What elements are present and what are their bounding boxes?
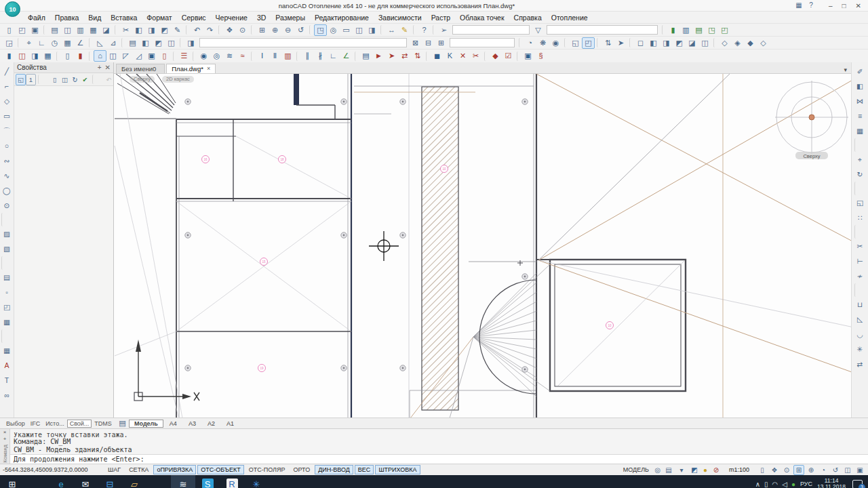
- roof-icon[interactable]: ◸: [119, 50, 132, 62]
- find-icon[interactable]: ◎: [327, 24, 340, 36]
- help-title-icon[interactable]: ?: [806, 1, 816, 9]
- zoom-tool-icon[interactable]: ⊙: [781, 465, 792, 475]
- pipe-run-icon[interactable]: ≋: [223, 50, 236, 62]
- view-iso-se-icon[interactable]: ◧: [647, 37, 660, 49]
- view-left-icon[interactable]: ◪: [686, 37, 698, 49]
- menu-item[interactable]: Сервис: [177, 14, 211, 22]
- menu-item[interactable]: Справка: [509, 14, 547, 22]
- layer-previous-icon[interactable]: ◨: [184, 37, 197, 49]
- status-toggle[interactable]: ОТС-ПОЛЯР: [245, 465, 289, 474]
- pages-icon[interactable]: ▯: [757, 465, 768, 475]
- layout-tab[interactable]: A3: [183, 420, 201, 428]
- point-icon[interactable]: ⊙: [1, 198, 13, 213]
- pan-hand-icon[interactable]: ❖: [769, 465, 780, 475]
- view-iso-nw-icon[interactable]: ◩: [673, 37, 686, 49]
- layer-off-icon[interactable]: ◫: [165, 37, 178, 49]
- boiler-hot-icon[interactable]: ▮: [74, 50, 87, 62]
- line-icon[interactable]: ╱: [1, 64, 13, 79]
- document-tab[interactable]: План.dwg* ×: [166, 64, 216, 73]
- floor-plan-canvas[interactable]: 161815101910Сверху Сверху 2D каркас: [114, 74, 851, 418]
- panel-icon[interactable]: ▤: [359, 50, 372, 62]
- palettes-icon[interactable]: ◨: [366, 24, 378, 36]
- fillet-icon[interactable]: ◡: [854, 327, 866, 342]
- ucs-icon[interactable]: ◺: [94, 37, 106, 49]
- join-icon[interactable]: ⊔: [854, 297, 866, 312]
- lock-layer-icon[interactable]: ⊟: [422, 37, 435, 49]
- layout-tab[interactable]: A1: [221, 420, 239, 428]
- heating-calc-icon[interactable]: ▦: [41, 50, 54, 62]
- menu-item[interactable]: Растр: [427, 14, 455, 22]
- axes2-icon[interactable]: ⇅: [411, 50, 424, 62]
- panel-tab[interactable]: IFC: [28, 420, 43, 428]
- view-iso-sw-icon[interactable]: ◻: [634, 37, 647, 49]
- stretch-icon[interactable]: ∷: [854, 210, 866, 225]
- cube-icon[interactable]: ◆: [489, 50, 502, 62]
- zoom-window-tool-icon[interactable]: ⊞: [793, 465, 804, 475]
- scale-indicator[interactable]: m1:100: [729, 466, 749, 473]
- erase-icon[interactable]: ✐: [854, 64, 866, 79]
- tray-expand-icon[interactable]: ∧: [755, 481, 760, 488]
- chrome-icon[interactable]: [146, 475, 171, 488]
- selection-cycling-icon[interactable]: ◩: [689, 465, 700, 475]
- view-iso-ne-icon[interactable]: ◨: [660, 37, 673, 49]
- redo-icon[interactable]: ↷: [203, 24, 216, 36]
- menu-item[interactable]: Отопление: [547, 14, 593, 22]
- paste-special-icon[interactable]: ◩: [158, 24, 171, 36]
- snap-settings-icon[interactable]: ⌖: [22, 37, 35, 49]
- command-close-icon[interactable]: ×: [3, 430, 7, 435]
- color-select[interactable]: [450, 38, 515, 47]
- view-top-icon[interactable]: ◰: [582, 37, 595, 49]
- offset-icon[interactable]: ≡: [854, 108, 866, 123]
- orbit-icon[interactable]: ◔: [524, 37, 536, 49]
- undo-icon[interactable]: ↶: [191, 24, 203, 36]
- cloud-icon[interactable]: ∾: [1, 153, 13, 168]
- nanocad-icon[interactable]: ≋: [171, 475, 195, 488]
- layer-freeze-icon[interactable]: ◩: [152, 37, 165, 49]
- hatch-icon[interactable]: ▨: [1, 226, 13, 241]
- polar-mode-icon[interactable]: ◷: [48, 37, 61, 49]
- paste-icon[interactable]: ◨: [145, 24, 158, 36]
- menu-item[interactable]: Облака точек: [455, 14, 509, 22]
- antivirus-icon[interactable]: ●: [791, 481, 795, 488]
- save-icon[interactable]: ▣: [28, 24, 41, 36]
- pin-icon[interactable]: +: [98, 64, 102, 71]
- align-icon[interactable]: ⇄: [854, 357, 866, 371]
- plot-icon[interactable]: ▥: [74, 24, 87, 36]
- layers-icon[interactable]: ▤: [126, 37, 139, 49]
- maximize-button[interactable]: □: [842, 2, 846, 9]
- riser-icon[interactable]: ◎: [210, 50, 223, 62]
- layout-tab[interactable]: A2: [202, 420, 220, 428]
- k-icon[interactable]: K: [443, 50, 456, 62]
- window-icon[interactable]: ▣: [145, 50, 158, 62]
- menu-item[interactable]: Зависимости: [374, 14, 427, 22]
- beam-m-icon[interactable]: ▥: [281, 50, 294, 62]
- panel-tab[interactable]: Исто...: [43, 420, 67, 428]
- explorer-icon[interactable]: ▱: [122, 475, 146, 488]
- ellipse-icon[interactable]: ◯: [1, 183, 13, 198]
- panel-tab[interactable]: Выбор: [3, 420, 28, 428]
- command-search-input[interactable]: [452, 25, 530, 35]
- image-icon[interactable]: ▤: [1, 270, 13, 285]
- bulb-icon[interactable]: ●: [700, 465, 711, 475]
- document-tab[interactable]: Без имени0: [116, 64, 165, 73]
- store-icon[interactable]: ⊟: [98, 475, 122, 488]
- gradient-icon[interactable]: ▧: [1, 241, 13, 256]
- mtext-icon[interactable]: A: [1, 358, 13, 373]
- visual-style-button[interactable]: 2D каркас: [162, 76, 194, 83]
- layer-select[interactable]: [199, 38, 407, 47]
- format-painter-icon[interactable]: ✎: [171, 24, 184, 36]
- zoom-out-icon[interactable]: ⊖: [281, 24, 294, 36]
- view-right-icon[interactable]: ◫: [698, 37, 711, 49]
- panel-tab[interactable]: TDMS: [92, 420, 115, 428]
- menu-item[interactable]: Размеры: [271, 14, 310, 22]
- pointer-input-icon[interactable]: ➢: [437, 24, 450, 36]
- open-file-icon[interactable]: ◰: [16, 24, 28, 36]
- new-file-icon[interactable]: ▯: [3, 24, 16, 36]
- status-toggle[interactable]: ДИН-ВВОД: [315, 465, 353, 474]
- pipe-angle-icon[interactable]: ∟: [327, 50, 340, 62]
- check-icon[interactable]: ☑: [502, 50, 515, 62]
- radiator-icon[interactable]: ☰: [178, 50, 191, 62]
- filter-icon[interactable]: ▽: [532, 24, 545, 36]
- ucs-world-icon[interactable]: ⊿: [106, 37, 119, 49]
- cut-icon[interactable]: ✂: [119, 24, 132, 36]
